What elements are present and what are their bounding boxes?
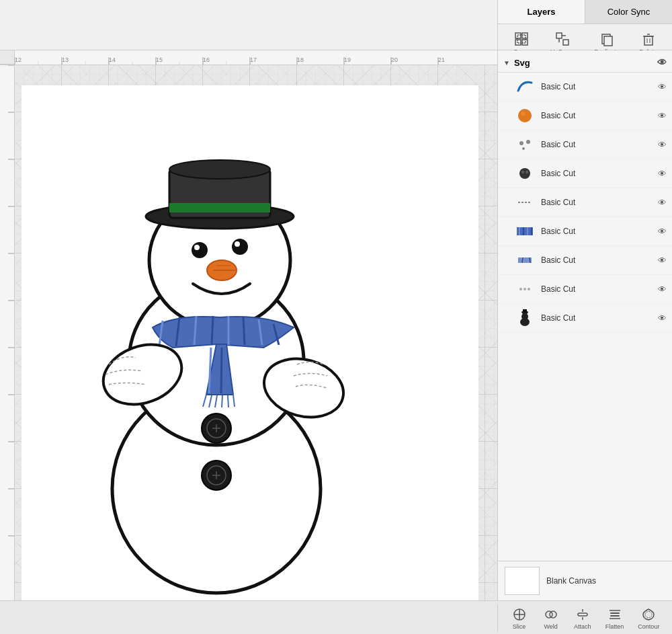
weld-icon — [542, 606, 560, 623]
layer-item-4[interactable]: Basic Cut 👁 — [498, 159, 672, 188]
svg-line-70 — [228, 395, 228, 407]
attach-label: Attach — [574, 623, 591, 630]
svg-point-113 — [550, 611, 556, 618]
svg-rect-2 — [515, 40, 521, 45]
svg-rect-117 — [610, 612, 620, 614]
duplicate-icon — [597, 30, 616, 48]
layer-eye-8[interactable]: 👁 — [658, 284, 667, 294]
layer-item-9[interactable]: Basic Cut 👁 — [498, 304, 672, 333]
svg-point-82 — [518, 109, 532, 122]
layer-label-7: Basic Cut — [541, 255, 658, 265]
contour-label: Contour — [638, 623, 659, 630]
layer-label-4: Basic Cut — [541, 169, 658, 178]
ungroup-icon — [553, 30, 572, 48]
svg-line-69 — [222, 395, 222, 407]
svg-point-49 — [192, 242, 208, 258]
svg-line-65 — [221, 348, 222, 393]
svg-rect-48 — [169, 203, 270, 212]
ruler-left — [0, 65, 15, 600]
layer-eye-5[interactable]: 👁 — [658, 198, 667, 208]
bottom-tools: Slice Weld — [497, 604, 672, 631]
layer-label-9: Basic Cut — [541, 313, 658, 323]
layer-item-5[interactable]: Basic Cut 👁 — [498, 188, 672, 217]
svg-line-97 — [519, 257, 519, 263]
layer-thumb-2 — [514, 105, 536, 126]
layer-thumb-4 — [514, 163, 536, 184]
layer-label-8: Basic Cut — [541, 284, 658, 294]
layer-eye-1[interactable]: 👁 — [658, 82, 667, 92]
svg-point-85 — [526, 140, 530, 144]
layer-eye-7[interactable]: 👁 — [658, 255, 667, 266]
slice-icon — [511, 606, 528, 623]
tab-color-sync[interactable]: Color Sync — [585, 0, 672, 24]
layer-label-1: Basic Cut — [541, 82, 658, 91]
layer-eye-4[interactable]: 👁 — [658, 169, 667, 179]
svg-rect-107 — [523, 309, 527, 312]
layer-thumb-9 — [514, 307, 536, 329]
slice-label: Slice — [513, 623, 526, 630]
canvas-grid[interactable] — [15, 65, 497, 600]
layer-eye-3[interactable]: 👁 — [658, 140, 667, 150]
svg-rect-3 — [522, 40, 528, 45]
svg-group-label: Svg — [514, 58, 530, 68]
svg-point-103 — [528, 288, 530, 290]
svg-rect-114 — [578, 613, 587, 616]
svg-point-50 — [194, 245, 200, 250]
canvas-area: 12 13 14 15 16 17 18 19 20 21 — [0, 50, 497, 600]
layer-item-3[interactable]: Basic Cut 👁 — [498, 130, 672, 159]
svg-rect-0 — [515, 33, 521, 38]
layer-eye-2[interactable]: 👁 — [658, 111, 667, 121]
layer-tree: ▼ Svg 👁 Basic Cut 👁 — [498, 50, 672, 561]
svg-rect-10 — [604, 36, 612, 46]
svg-point-102 — [523, 288, 526, 290]
group-icon — [512, 30, 531, 48]
layer-label-2: Basic Cut — [541, 111, 658, 120]
contour-button[interactable]: Contour — [635, 604, 662, 631]
svg-eye-icon[interactable]: 👁 — [657, 57, 667, 68]
snowman-container[interactable] — [55, 99, 378, 600]
flatten-button[interactable]: Flatten — [603, 604, 627, 631]
svg-point-51 — [232, 239, 248, 255]
layer-eye-9[interactable]: 👁 — [658, 313, 667, 323]
layer-thumb-5 — [514, 192, 536, 213]
snowman-svg — [55, 99, 378, 600]
layer-item-2[interactable]: Basic Cut 👁 — [498, 102, 672, 130]
layer-label-5: Basic Cut — [541, 198, 658, 207]
bottom-toolbar: Slice Weld — [0, 600, 672, 634]
svg-point-84 — [519, 141, 523, 145]
svg-toggle-icon: ▼ — [503, 59, 510, 67]
contour-icon — [640, 606, 657, 623]
layer-item-8[interactable]: Basic Cut 👁 — [498, 275, 672, 304]
attach-icon — [574, 606, 591, 623]
layer-thumb-1 — [514, 76, 536, 97]
layer-eye-6[interactable]: 👁 — [658, 227, 667, 237]
svg-line-98 — [522, 257, 523, 263]
layer-thumb-8 — [514, 278, 536, 300]
svg-group[interactable]: ▼ Svg 👁 — [498, 53, 672, 73]
layer-thumb-7 — [514, 249, 536, 271]
layer-item-1[interactable]: Basic Cut 👁 — [498, 73, 672, 102]
svg-line-61 — [243, 317, 245, 345]
tab-layers[interactable]: Layers — [498, 0, 585, 24]
ruler-top: 12 13 14 15 16 17 18 19 20 21 — [0, 50, 497, 65]
layer-thumb-3 — [514, 134, 536, 155]
right-panel: ▼ Svg 👁 Basic Cut 👁 — [497, 50, 672, 600]
weld-button[interactable]: Weld — [540, 604, 562, 631]
svg-line-100 — [530, 257, 530, 263]
svg-point-83 — [521, 112, 525, 116]
blank-canvas-label: Blank Canvas — [546, 576, 596, 586]
svg-point-101 — [519, 288, 522, 290]
weld-label: Weld — [544, 623, 557, 630]
svg-point-86 — [522, 147, 525, 150]
layer-item-6[interactable]: Basic Cut 👁 — [498, 217, 672, 246]
svg-point-52 — [235, 241, 240, 247]
layer-label-6: Basic Cut — [541, 227, 658, 236]
svg-line-59 — [212, 316, 213, 345]
layer-label-3: Basic Cut — [541, 140, 658, 149]
attach-button[interactable]: Attach — [571, 604, 594, 631]
delete-icon — [639, 30, 658, 48]
layer-item-7[interactable]: Basic Cut 👁 — [498, 246, 672, 275]
ruler-left-ticks — [0, 65, 14, 600]
slice-button[interactable]: Slice — [508, 604, 531, 631]
blank-canvas-thumb — [505, 567, 540, 595]
